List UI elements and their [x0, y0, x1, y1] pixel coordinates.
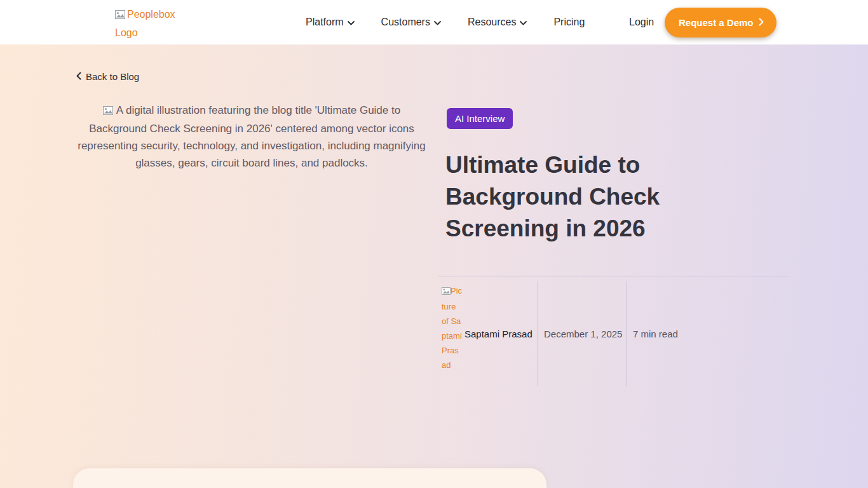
main-nav: Platform Customers Resources Pricing: [306, 0, 585, 44]
chevron-down-icon: [348, 17, 355, 28]
broken-image-icon: [115, 10, 125, 21]
author-name-label: Saptami Prasad: [465, 329, 532, 339]
chevron-down-icon: [434, 17, 441, 28]
nav-item-customers[interactable]: Customers: [381, 17, 441, 28]
nav-label: Pricing: [553, 17, 585, 28]
back-to-blog-label: Back to Blog: [86, 71, 139, 82]
page-title: Ultimate Guide to Background Check Scree…: [445, 149, 700, 245]
nav-label: Resources: [468, 17, 516, 28]
request-demo-button[interactable]: Request a Demo: [665, 8, 776, 37]
category-badge-label: AI Interview: [455, 113, 505, 124]
read-time-label: 7 min read: [633, 329, 678, 339]
logo-link[interactable]: Peoplebox Logo: [115, 6, 186, 41]
article-hero-section: Back to Blog A digital illustration feat…: [0, 44, 868, 488]
author-name: Saptami Prasad: [464, 281, 538, 386]
blog-post-page: Peoplebox Logo Platform Customers Resour…: [0, 0, 868, 488]
hero-image-broken: A digital illustration featuring the blo…: [75, 102, 428, 172]
hero-image-alt-text: A digital illustration featuring the blo…: [78, 104, 425, 169]
author-avatar-broken: Picture of Saptami Prasad: [438, 281, 464, 386]
broken-image-icon: [103, 105, 113, 118]
horizontal-divider: [438, 276, 790, 276]
author-meta-row: Picture of Saptami Prasad Saptami Prasad…: [438, 281, 794, 386]
back-to-blog-link[interactable]: Back to Blog: [76, 71, 139, 82]
broken-image-icon: [442, 287, 451, 297]
article-content-card: [73, 468, 546, 488]
nav-label: Customers: [381, 17, 430, 28]
post-date: December 1, 2025: [538, 281, 627, 386]
demo-button-label: Request a Demo: [679, 17, 754, 28]
chevron-left-icon: [76, 71, 81, 82]
login-label: Login: [629, 17, 654, 28]
chevron-down-icon: [520, 17, 527, 28]
category-badge[interactable]: AI Interview: [447, 108, 513, 129]
chevron-right-icon: [759, 17, 764, 28]
login-link[interactable]: Login: [629, 0, 654, 44]
nav-item-resources[interactable]: Resources: [468, 17, 527, 28]
author-avatar-alt-text: Picture of Saptami Prasad: [442, 286, 462, 370]
read-time: 7 min read: [627, 281, 696, 386]
nav-item-pricing[interactable]: Pricing: [553, 17, 585, 28]
nav-label: Platform: [306, 17, 344, 28]
nav-item-platform[interactable]: Platform: [306, 17, 355, 28]
top-navigation-bar: Peoplebox Logo Platform Customers Resour…: [0, 0, 868, 44]
post-date-label: December 1, 2025: [544, 329, 622, 339]
